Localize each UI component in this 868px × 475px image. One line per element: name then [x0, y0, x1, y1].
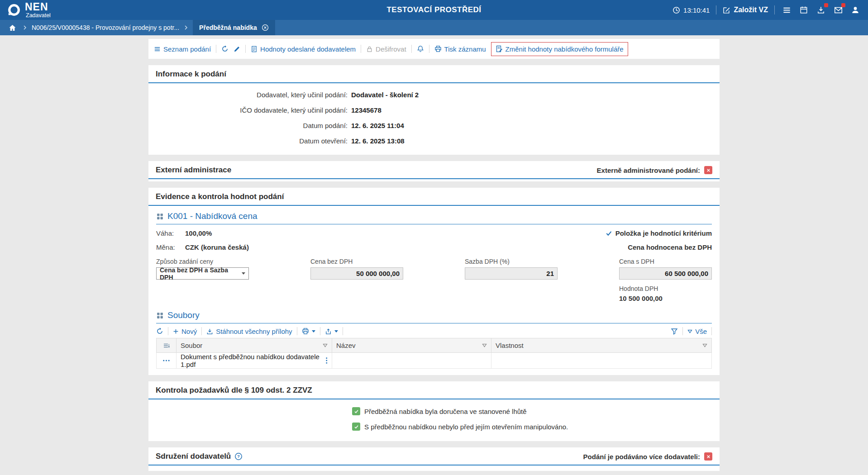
- create-vz-button[interactable]: Založit VZ: [723, 6, 768, 14]
- column-options-header[interactable]: [157, 338, 176, 353]
- question-circle-icon[interactable]: ?: [234, 452, 243, 461]
- section-sdruzeni-dodavatelu: Sdružení dodavatelů ? Podání je podáváno…: [148, 447, 720, 471]
- file-name[interactable]: Dokument s předběžnou nabídkou dodavatel…: [181, 353, 323, 368]
- vaha-row: Váha: 100,00% Položka je hodnotící krité…: [156, 228, 712, 238]
- stahnout-label: Stáhnout všechny přílohy: [216, 328, 292, 335]
- check-label: Předběžná nabídka byla doručena ve stano…: [364, 408, 527, 415]
- section-externi-administrace: Externí administrace Externě administrov…: [148, 161, 720, 181]
- row-menu-button[interactable]: [157, 353, 176, 369]
- divider: [216, 45, 216, 53]
- column-header-nazev[interactable]: Název: [332, 338, 491, 353]
- hodnota-dph-value: 10 500 000,00: [619, 294, 712, 302]
- sdruzeni-label: Podání je podáváno více dodavateli:: [583, 453, 700, 461]
- main-menu-button[interactable]: [781, 5, 792, 15]
- refresh-icon: [221, 45, 229, 52]
- mena-row: Měna: CZK (koruna česká) Cena hodnocena …: [156, 242, 712, 252]
- user-profile-button[interactable]: [850, 5, 861, 15]
- files-print-menu-button[interactable]: [302, 328, 315, 335]
- cena-bez-dph-input[interactable]: [310, 267, 403, 280]
- novy-button[interactable]: Nový: [173, 328, 197, 335]
- divider: [320, 327, 320, 335]
- zpusob-zadani-label: Způsob zadání ceny: [156, 258, 249, 265]
- close-icon[interactable]: [262, 24, 269, 31]
- info-row: Datum otevření: 12. 6. 2025 13:08: [148, 133, 720, 148]
- seznam-podani-label: Seznam podání: [163, 45, 211, 53]
- dots-vertical-icon[interactable]: [325, 357, 328, 364]
- field-value: Dodavatel - školení 2: [351, 91, 419, 99]
- filter-button[interactable]: [671, 328, 678, 335]
- table-row[interactable]: Dokument s předběžnou nabídkou dodavatel…: [157, 353, 712, 369]
- filter-funnel-icon: [671, 328, 678, 335]
- divider: [245, 45, 246, 53]
- vaha-value: 100,00%: [185, 229, 212, 237]
- divider: [711, 327, 712, 335]
- clock-icon: [672, 6, 680, 14]
- mena-label: Měna:: [156, 243, 185, 251]
- lock-icon: [366, 46, 373, 52]
- desifrovat-label: Dešifrovat: [376, 45, 406, 53]
- zpusob-zadani-select[interactable]: Cena bez DPH a Sazba DPH: [156, 267, 249, 280]
- k001-subsection-title: K001 - Nabídková cena: [156, 211, 712, 224]
- tisk-zaznamu-button[interactable]: Tisk záznamu: [434, 45, 486, 53]
- app-name: NEN: [25, 1, 48, 13]
- zmenit-hodnoty-button[interactable]: Změnit hodnoty nabídkového formuláře: [491, 42, 628, 56]
- field-value: 12345678: [351, 106, 382, 114]
- filter-triangle-icon[interactable]: [323, 343, 328, 347]
- column-label: Název: [336, 342, 356, 349]
- breadcrumb: N006/25/V00005438 - Provozování prodejny…: [0, 20, 868, 35]
- hodnoty-odeslane-button[interactable]: Hodnoty odeslané dodavatelem: [251, 45, 356, 53]
- soubory-subsection-title: Soubory: [156, 310, 712, 323]
- main-content: Seznam podání Hodnoty odeslané dodavatel…: [148, 39, 720, 471]
- notifications-button[interactable]: [417, 45, 424, 52]
- tisk-zaznamu-label: Tisk záznamu: [444, 45, 486, 53]
- chevron-right-icon: [184, 25, 188, 30]
- breadcrumb-item-procurement[interactable]: N006/25/V00005438 - Provozování prodejny…: [32, 24, 179, 31]
- server-time: 13:10:41: [672, 6, 710, 14]
- downloads-button[interactable]: [816, 5, 826, 15]
- stahnout-prilohy-button[interactable]: Stáhnout všechny přílohy: [206, 328, 292, 335]
- filter-triangle-icon[interactable]: [482, 343, 487, 347]
- printer-icon: [434, 45, 442, 52]
- x-icon: [706, 454, 711, 459]
- soubory-title-label: Soubory: [167, 310, 200, 320]
- chevron-down-icon: [312, 330, 315, 332]
- check-row: S předběžnou nabídkou nebylo před jejím …: [352, 420, 720, 433]
- filter-vse-button[interactable]: Vše: [687, 328, 707, 335]
- download-icon: [817, 6, 825, 14]
- column-options-icon: [163, 342, 170, 349]
- chevron-down-icon: [242, 272, 245, 275]
- column-header-soubor[interactable]: Soubor: [176, 338, 332, 353]
- sazba-dph-label: Sazba DPH (%): [465, 258, 558, 265]
- desifrovat-button[interactable]: Dešifrovat: [366, 45, 406, 53]
- check-yes-checkbox: [352, 407, 360, 415]
- file-cell: Dokument s předběžnou nabídkou dodavatel…: [176, 353, 332, 369]
- field-label: Dodavatel, který učinil podání:: [148, 91, 348, 99]
- home-button[interactable]: [6, 24, 18, 32]
- zmenit-hodnoty-label: Změnit hodnoty nabídkového formuláře: [506, 45, 624, 53]
- tab-predbezna-nabidka[interactable]: Předběžná nabídka: [193, 20, 275, 35]
- kriterium-label: Položka je hodnotící kritérium: [615, 229, 712, 237]
- nen-logo[interactable]: NEN Zadavatel: [7, 2, 386, 19]
- files-refresh-button[interactable]: [156, 328, 163, 335]
- section-grid-icon: [156, 312, 164, 319]
- topbar: NEN Zadavatel TESTOVACÍ PROSTŘEDÍ 13:10:…: [0, 0, 868, 20]
- zpusob-zadani-value: Cena bez DPH a Sazba DPH: [160, 266, 242, 281]
- filter-triangle-icon[interactable]: [702, 343, 707, 347]
- cena-s-dph-input[interactable]: [619, 267, 712, 280]
- calendar-button[interactable]: [798, 5, 809, 15]
- edit-button[interactable]: [234, 46, 240, 52]
- files-export-menu-button[interactable]: [325, 328, 338, 335]
- seznam-podani-button[interactable]: Seznam podání: [154, 45, 211, 53]
- form-edit-icon: [496, 45, 503, 52]
- sazba-dph-input[interactable]: [465, 267, 558, 280]
- divider: [343, 327, 343, 335]
- refresh-button[interactable]: [221, 45, 229, 52]
- section-title: Kontrola požadavků dle § 109 odst. 2 ZZV…: [156, 386, 312, 395]
- plus-icon: [173, 328, 179, 334]
- column-header-vlastnost[interactable]: Vlastnost: [491, 338, 712, 353]
- messages-button[interactable]: [833, 5, 844, 15]
- check-icon: [354, 409, 359, 414]
- divider: [411, 45, 412, 53]
- info-row: Dodavatel, který učinil podání: Dodavate…: [148, 87, 720, 102]
- field-label: IČO dodavatele, který učinil podání:: [148, 106, 348, 114]
